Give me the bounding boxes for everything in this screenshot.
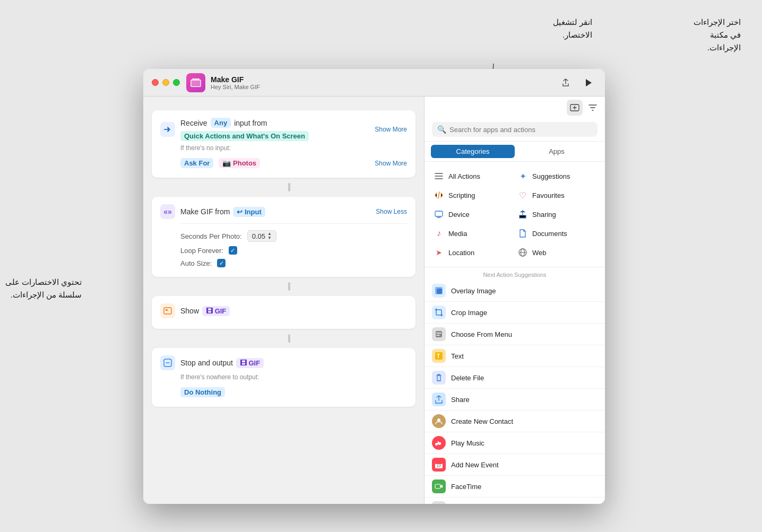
loop-checkbox[interactable]: ✓ (229, 246, 237, 255)
loop-label: Loop Forever: (180, 247, 223, 255)
photos-badge[interactable]: 📷 Photos (219, 158, 260, 168)
tab-apps[interactable]: Apps (515, 145, 599, 158)
cat-media-label: Media (448, 230, 467, 238)
sharing-icon (517, 208, 529, 220)
cat-documents[interactable]: Documents (515, 224, 599, 242)
close-button[interactable] (152, 79, 159, 86)
list-icon (432, 501, 446, 504)
tab-categories[interactable]: Categories (431, 145, 515, 158)
suggestion-share[interactable]: Share (425, 389, 605, 411)
cat-favourites-label: Favourites (532, 191, 565, 199)
suggestions-title: Next Action Suggestions (425, 267, 605, 280)
show-more-receive[interactable]: Show More (375, 126, 407, 133)
suggestion-play-music[interactable]: Play Music (425, 432, 605, 454)
autosize-checkbox[interactable]: ✓ (217, 259, 226, 267)
show-more-2[interactable]: Show More (375, 160, 407, 167)
suggestions-icon: ✦ (517, 170, 529, 182)
suggestion-text[interactable]: T Text (425, 345, 605, 367)
suggestion-choose-menu[interactable]: Choose From Menu (425, 324, 605, 345)
create-contact-label: Create New Contact (451, 417, 513, 425)
svg-text:17: 17 (437, 464, 441, 468)
cat-favourites[interactable]: ♡ Favourites (515, 186, 599, 204)
seconds-value[interactable]: 0.05 ▲ ▼ (247, 230, 276, 242)
suggestion-facetime[interactable]: FaceTime (425, 476, 605, 498)
receive-badge-any[interactable]: Any (211, 118, 231, 128)
cat-device[interactable]: Device (431, 205, 515, 223)
cat-web-label: Web (532, 249, 547, 257)
suggestion-overlay-image[interactable]: Overlay Image (425, 280, 605, 302)
svg-rect-18 (436, 331, 442, 337)
svg-rect-25 (435, 484, 440, 489)
share-button[interactable] (558, 75, 573, 90)
choose-menu-icon (432, 327, 446, 341)
annotation-top-center: انقر لتشغيل الاختصار. (553, 16, 592, 41)
filter-button[interactable] (585, 100, 601, 116)
svg-rect-3 (191, 80, 201, 86)
search-input[interactable] (449, 126, 592, 134)
stop-title: Stop and output 🎞 GIF (180, 358, 407, 368)
suggestion-list[interactable]: List (425, 498, 605, 504)
annotation-bottom-left: تحتوي الاختصارات على سلسلة من الإجراءات. (5, 276, 82, 301)
overlay-image-label: Overlay Image (451, 287, 496, 295)
divider-1 (288, 183, 290, 191)
media-icon: ♪ (433, 228, 445, 239)
divider-3 (288, 334, 290, 343)
facetime-label: FaceTime (451, 483, 481, 491)
show-gif-badge[interactable]: 🎞 GIF (202, 306, 230, 316)
action-receive: Receive Any input from Quick Actions and… (152, 110, 415, 178)
autosize-label: Auto Size: (180, 259, 212, 267)
show-less-make-gif[interactable]: Show Less (376, 208, 407, 215)
cat-sharing-label: Sharing (532, 211, 556, 219)
stop-icon (160, 355, 175, 370)
play-music-label: Play Music (451, 439, 484, 447)
right-panel: 🔍 Categories Apps (425, 97, 605, 504)
show-title: Show 🎞 GIF (180, 306, 407, 316)
choose-menu-label: Choose From Menu (451, 330, 512, 338)
svg-rect-9 (166, 309, 168, 311)
suggestion-crop-image[interactable]: Crop Image (425, 302, 605, 324)
svg-marker-7 (586, 79, 592, 86)
cat-location[interactable]: ➤ Location (431, 243, 515, 261)
add-actions-button[interactable] (567, 100, 583, 116)
cat-all-actions[interactable]: All Actions (431, 167, 515, 185)
stop-subtitle: If there's nowhere to output: (160, 373, 407, 381)
play-music-icon (432, 436, 446, 450)
play-button[interactable] (579, 74, 596, 91)
receive-icon (160, 122, 175, 137)
cat-web[interactable]: Web (515, 243, 599, 261)
device-icon (433, 208, 445, 220)
cat-media[interactable]: ♪ Media (431, 224, 515, 242)
cat-sharing[interactable]: Sharing (515, 205, 599, 223)
minimize-button[interactable] (162, 79, 169, 86)
receive-title: Receive Any input from Quick Actions and… (180, 118, 369, 141)
create-contact-icon (432, 414, 446, 428)
svg-rect-5 (195, 78, 197, 80)
stepper-down[interactable]: ▼ (267, 236, 272, 240)
suggestion-delete-file[interactable]: Delete File (425, 367, 605, 389)
favourites-icon: ♡ (517, 189, 529, 201)
share-icon (432, 393, 446, 406)
stop-gif-badge[interactable]: 🎞 GIF (236, 358, 264, 368)
cat-suggestions-label: Suggestions (532, 172, 570, 180)
web-icon (517, 247, 529, 258)
search-input-wrap: 🔍 (432, 122, 598, 137)
make-gif-badge[interactable]: ↩ Input (233, 207, 265, 217)
crop-image-label: Crop Image (451, 309, 487, 317)
titlebar-actions (558, 74, 596, 91)
receive-badge-source[interactable]: Quick Actions and What's On Screen (180, 131, 309, 141)
annotation-top-right: اختر الإجراءات في مكتبة الإجراءات. (694, 16, 741, 54)
maximize-button[interactable] (173, 79, 180, 86)
do-nothing-badge[interactable]: Do Nothing (180, 387, 225, 397)
cat-suggestions[interactable]: ✦ Suggestions (515, 167, 599, 185)
share-label: Share (451, 396, 470, 404)
suggestion-add-event[interactable]: 17 Add New Event (425, 454, 605, 476)
svg-rect-6 (197, 78, 200, 80)
title-text: Make GIF Hey Siri, Make GIF (211, 75, 260, 90)
svg-text:T: T (437, 353, 440, 359)
cat-scripting[interactable]: Scripting (431, 186, 515, 204)
suggestion-create-contact[interactable]: Create New Contact (425, 411, 605, 432)
titlebar: Make GIF Hey Siri, Make GIF (143, 69, 605, 97)
suggestions-section: Next Action Suggestions Overlay Image Cr… (425, 267, 605, 504)
ask-for-badge[interactable]: Ask For (180, 158, 213, 168)
svg-rect-4 (193, 78, 195, 80)
